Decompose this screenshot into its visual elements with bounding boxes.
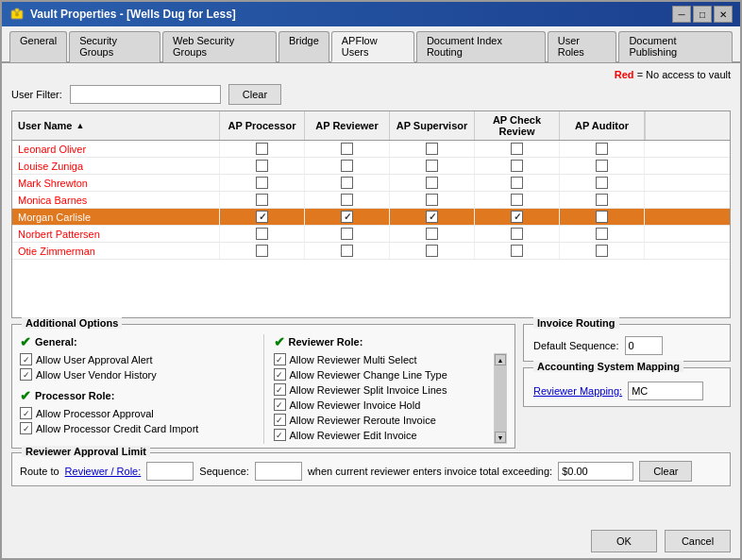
reviewer-scrollbar[interactable]: ▲ ▼ (494, 353, 507, 444)
check-checkbox-cell[interactable] (475, 175, 560, 191)
reviewer-checkbox[interactable] (341, 143, 353, 155)
table-row[interactable]: Morgan Carlisle (12, 209, 730, 226)
reviewer-options-scroll[interactable]: Allow Reviewer Multi Select Allow Review… (274, 353, 508, 444)
col-header-check-review[interactable]: AP Check Review (475, 111, 560, 140)
auditor-checkbox-cell[interactable] (560, 141, 645, 157)
auditor-checkbox[interactable] (596, 177, 608, 189)
tab-web-security-groups[interactable]: Web Security Groups (162, 31, 277, 62)
default-sequence-input[interactable] (625, 336, 663, 355)
reviewer-checkbox-cell[interactable] (305, 141, 390, 157)
user-approval-alert-checkbox[interactable] (20, 353, 32, 365)
invoice-total-input[interactable] (558, 462, 633, 481)
auditor-checkbox-cell[interactable] (560, 158, 645, 174)
processor-checkbox-cell[interactable] (220, 192, 305, 208)
cancel-button[interactable]: Cancel (665, 530, 731, 552)
processor-checkbox-cell[interactable] (220, 175, 305, 191)
supervisor-checkbox[interactable] (426, 194, 438, 206)
reviewer-edit-invoice-checkbox[interactable] (274, 429, 286, 441)
reviewer-change-line-checkbox[interactable] (274, 368, 286, 381)
option-reviewer-multi-select[interactable]: Allow Reviewer Multi Select (274, 353, 491, 365)
reviewer-role-link[interactable]: Reviewer / Role: (65, 466, 142, 477)
table-row[interactable]: Louise Zuniga (12, 158, 730, 175)
supervisor-checkbox[interactable] (426, 160, 438, 172)
check-review-checkbox[interactable] (511, 177, 523, 189)
auditor-checkbox[interactable] (596, 160, 608, 172)
table-row[interactable]: Norbert Pattersen (12, 226, 730, 243)
auditor-checkbox[interactable] (596, 228, 608, 240)
processor-checkbox[interactable] (256, 245, 268, 257)
auditor-checkbox-cell[interactable] (560, 209, 645, 225)
tab-security-groups[interactable]: Security Groups (69, 31, 160, 62)
reviewer-checkbox-cell[interactable] (305, 209, 390, 225)
reviewer-multi-select-checkbox[interactable] (274, 353, 286, 365)
reviewer-mapping-input[interactable] (628, 382, 703, 400)
processor-checkbox-cell[interactable] (220, 209, 305, 225)
sequence-input[interactable] (255, 462, 302, 481)
supervisor-checkbox-cell[interactable] (390, 141, 475, 157)
close-button[interactable]: ✕ (714, 6, 733, 23)
auditor-checkbox-cell[interactable] (560, 243, 645, 259)
minimize-button[interactable]: ─ (672, 6, 691, 23)
table-body[interactable]: Leonard Oliver Louise Zuniga (12, 141, 730, 317)
reviewer-role-input[interactable] (146, 462, 194, 481)
check-checkbox-cell[interactable] (475, 141, 560, 157)
processor-checkbox-cell[interactable] (220, 226, 305, 242)
auditor-checkbox[interactable] (596, 245, 608, 257)
scroll-down-btn[interactable]: ▼ (495, 432, 506, 443)
supervisor-checkbox-cell[interactable] (390, 209, 475, 225)
tab-general[interactable]: General (9, 31, 67, 62)
check-review-checkbox[interactable] (511, 143, 523, 155)
option-reviewer-reroute-invoice[interactable]: Allow Reviewer Reroute Invoice (274, 414, 491, 426)
col-header-username[interactable]: User Name ▲ (12, 111, 220, 140)
auditor-checkbox-cell[interactable] (560, 226, 645, 242)
auditor-checkbox[interactable] (596, 194, 608, 206)
processor-checkbox-cell[interactable] (220, 141, 305, 157)
scroll-thumb[interactable] (495, 365, 506, 432)
maximize-button[interactable]: □ (693, 6, 712, 23)
option-reviewer-split-invoice[interactable]: Allow Reviewer Split Invoice Lines (274, 383, 491, 396)
supervisor-checkbox[interactable] (426, 245, 438, 257)
auditor-checkbox[interactable] (596, 211, 608, 223)
tab-user-roles[interactable]: User Roles (548, 31, 617, 62)
reviewer-split-invoice-checkbox[interactable] (274, 383, 286, 396)
check-review-checkbox[interactable] (511, 211, 523, 223)
reviewer-checkbox[interactable] (341, 228, 353, 240)
processor-checkbox-cell[interactable] (220, 158, 305, 174)
option-processor-approval[interactable]: Allow Processor Approval (20, 407, 254, 419)
reviewer-checkbox-cell[interactable] (305, 243, 390, 259)
reviewer-checkbox[interactable] (341, 194, 353, 206)
auditor-checkbox[interactable] (596, 143, 608, 155)
processor-approval-checkbox[interactable] (20, 407, 32, 419)
scroll-up-btn[interactable]: ▲ (495, 354, 506, 365)
processor-credit-card-checkbox[interactable] (20, 422, 32, 434)
col-header-processor[interactable]: AP Processor (220, 111, 305, 140)
reviewer-approval-clear-button[interactable]: Clear (639, 461, 692, 482)
user-filter-input[interactable] (70, 85, 221, 104)
ok-button[interactable]: OK (591, 530, 657, 552)
supervisor-checkbox[interactable] (426, 211, 438, 223)
reviewer-checkbox[interactable] (341, 245, 353, 257)
reviewer-checkbox[interactable] (341, 160, 353, 172)
check-checkbox-cell[interactable] (475, 243, 560, 259)
option-user-vendor-history[interactable]: Allow User Vendor History (20, 368, 254, 381)
processor-checkbox[interactable] (256, 143, 268, 155)
check-review-checkbox[interactable] (511, 194, 523, 206)
reviewer-checkbox-cell[interactable] (305, 192, 390, 208)
supervisor-checkbox[interactable] (426, 228, 438, 240)
check-checkbox-cell[interactable] (475, 158, 560, 174)
auditor-checkbox-cell[interactable] (560, 192, 645, 208)
supervisor-checkbox-cell[interactable] (390, 243, 475, 259)
tab-apflow-users[interactable]: APFlow Users (331, 31, 414, 62)
user-filter-clear-button[interactable]: Clear (228, 84, 281, 105)
reviewer-checkbox[interactable] (341, 177, 353, 189)
col-header-supervisor[interactable]: AP Supervisor (390, 111, 475, 140)
check-checkbox-cell[interactable] (475, 192, 560, 208)
option-reviewer-invoice-hold[interactable]: Allow Reviewer Invoice Hold (274, 399, 491, 411)
supervisor-checkbox[interactable] (426, 177, 438, 189)
reviewer-checkbox-cell[interactable] (305, 226, 390, 242)
table-row[interactable]: Otie Zimmerman (12, 243, 730, 260)
check-checkbox-cell[interactable] (475, 226, 560, 242)
table-row[interactable]: Monica Barnes (12, 192, 730, 209)
check-review-checkbox[interactable] (511, 160, 523, 172)
processor-checkbox[interactable] (256, 177, 268, 189)
